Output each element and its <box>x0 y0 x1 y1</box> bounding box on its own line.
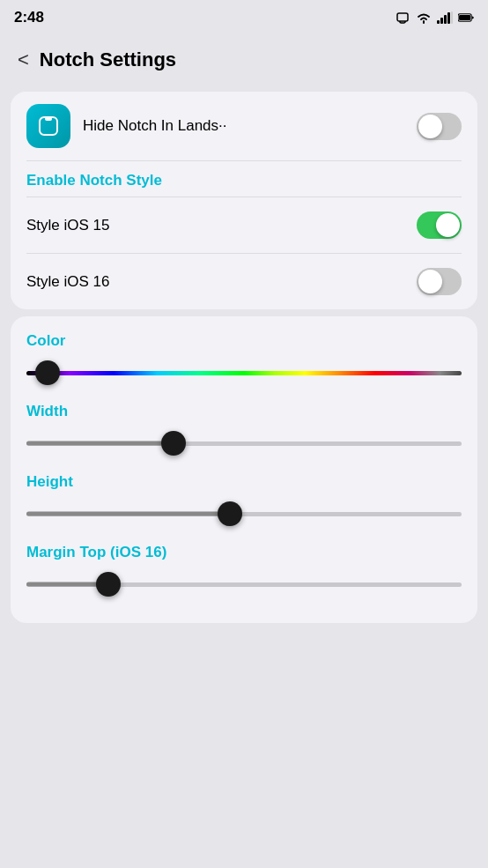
width-slider-fill <box>26 441 170 446</box>
height-slider-wrap[interactable] <box>26 500 462 528</box>
status-icons <box>395 10 474 26</box>
height-slider-track <box>26 512 462 516</box>
style-ios15-label: Style iOS 15 <box>26 217 417 234</box>
back-button[interactable]: < <box>14 45 33 75</box>
height-section: Height <box>26 473 462 528</box>
wifi-icon <box>416 10 432 26</box>
hide-notch-label: Hide Notch In Lands·· <box>83 117 404 135</box>
style-ios15-toggle[interactable] <box>417 211 462 239</box>
toggle-thumb <box>418 115 442 138</box>
width-section: Width <box>26 403 462 457</box>
hide-notch-toggle[interactable] <box>417 113 462 140</box>
notch-icon-circle <box>26 104 70 148</box>
svg-rect-7 <box>459 15 470 20</box>
svg-rect-9 <box>45 117 52 121</box>
margin-top-slider-wrap[interactable] <box>26 570 462 598</box>
color-section: Color <box>26 332 462 387</box>
svg-rect-2 <box>440 18 443 24</box>
style-settings-card: Color Width Height Margin Top (iOS 16) <box>11 316 477 623</box>
margin-top-section: Margin Top (iOS 16) <box>26 544 462 598</box>
color-slider-track <box>26 371 462 375</box>
width-slider-wrap[interactable] <box>26 429 462 457</box>
style-ios16-toggle[interactable] <box>417 268 462 295</box>
color-title: Color <box>26 332 462 350</box>
height-title: Height <box>26 473 462 491</box>
nav-header: < Notch Settings <box>0 35 488 85</box>
color-slider-wrap[interactable] <box>26 359 462 387</box>
margin-top-slider-fill <box>26 582 105 587</box>
svg-rect-1 <box>437 20 440 24</box>
margin-top-slider-track <box>26 582 462 587</box>
page-title: Notch Settings <box>40 48 176 71</box>
color-slider-thumb[interactable] <box>35 360 60 385</box>
notification-icon <box>395 10 410 26</box>
svg-rect-3 <box>444 15 447 24</box>
signal-icon <box>437 10 453 26</box>
style-ios16-row[interactable]: Style iOS 16 <box>11 254 477 309</box>
width-slider-thumb[interactable] <box>161 431 186 456</box>
battery-icon <box>458 10 474 26</box>
style-ios16-label: Style iOS 16 <box>26 273 417 291</box>
width-slider-track <box>26 441 462 446</box>
margin-top-slider-thumb[interactable] <box>96 572 121 597</box>
hide-notch-row[interactable]: Hide Notch In Lands·· <box>11 92 477 160</box>
height-slider-fill <box>26 512 231 516</box>
enable-notch-style-header: Enable Notch Style <box>11 161 477 197</box>
style-ios15-row[interactable]: Style iOS 15 <box>11 197 477 253</box>
svg-rect-0 <box>397 13 408 21</box>
status-time: 2:48 <box>14 9 44 26</box>
toggle-ios15-thumb <box>436 213 460 237</box>
svg-rect-4 <box>447 12 450 24</box>
margin-top-title: Margin Top (iOS 16) <box>26 544 462 561</box>
svg-rect-5 <box>451 11 453 24</box>
status-bar: 2:48 <box>0 0 488 35</box>
notch-settings-card: Hide Notch In Lands·· Enable Notch Style… <box>11 92 477 309</box>
height-slider-thumb[interactable] <box>218 501 242 526</box>
width-title: Width <box>26 403 462 420</box>
toggle-ios16-thumb <box>418 270 442 293</box>
